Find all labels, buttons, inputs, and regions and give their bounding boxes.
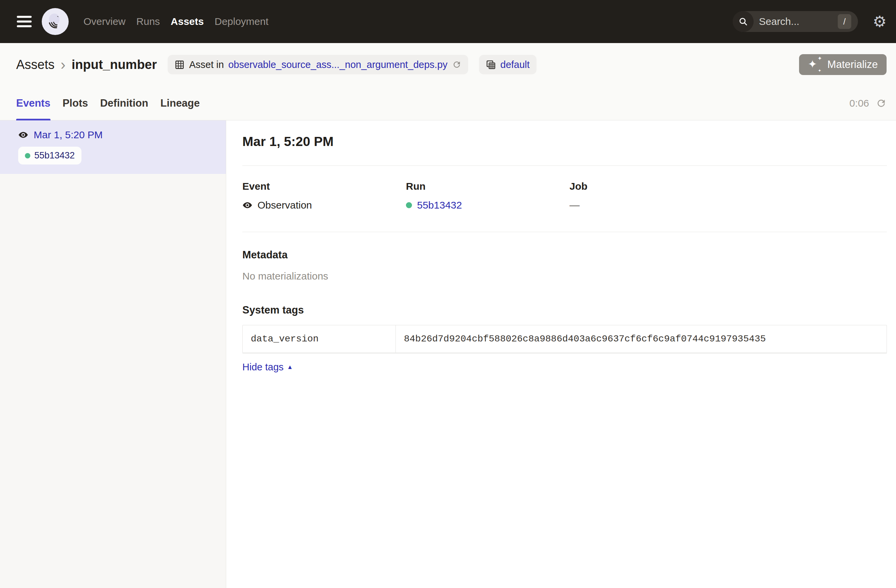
nav-deployment[interactable]: Deployment	[215, 16, 268, 27]
search-input[interactable]: Search... /	[733, 11, 858, 32]
menu-icon[interactable]	[17, 16, 32, 27]
auto-refresh: 0:06	[850, 97, 887, 109]
materialize-button[interactable]: ✦✦✦ Materialize	[799, 54, 887, 75]
system-tags-title: System tags	[242, 304, 887, 316]
chevron-right-icon: ›	[61, 57, 66, 72]
divider	[242, 232, 887, 232]
job-value: —	[570, 199, 580, 211]
run-chip[interactable]: 55b13432	[18, 147, 81, 164]
gear-icon[interactable]: ⚙	[873, 14, 887, 29]
table-icon	[174, 59, 185, 70]
event-title: Mar 1, 5:20 PM	[242, 134, 887, 149]
nav-overview[interactable]: Overview	[84, 16, 125, 27]
nav-assets[interactable]: Assets	[171, 16, 204, 27]
code-location-icon	[486, 59, 496, 70]
refresh-countdown: 0:06	[850, 97, 869, 109]
tag-key: data_version	[243, 325, 396, 352]
job-column: Job —	[570, 181, 887, 211]
metadata-title: Metadata	[242, 249, 887, 261]
divider	[242, 166, 887, 166]
run-status-dot	[25, 153, 30, 158]
hide-tags-label: Hide tags	[242, 362, 284, 373]
dagster-logo[interactable]	[42, 8, 69, 35]
code-location-link[interactable]: default	[500, 59, 530, 70]
reload-definition-icon[interactable]	[452, 60, 462, 69]
job-column-header: Job	[570, 181, 887, 192]
event-column: Event Observation	[242, 181, 406, 211]
tab-plots[interactable]: Plots	[62, 86, 88, 120]
nav-runs[interactable]: Runs	[136, 16, 160, 27]
tab-events[interactable]: Events	[16, 86, 50, 120]
event-summary: Event Observation Run 55b13432	[242, 181, 887, 211]
breadcrumb-assets-link[interactable]: Assets	[16, 58, 55, 72]
run-link[interactable]: 55b13432	[417, 199, 462, 211]
event-list-item[interactable]: Mar 1, 5:20 PM 55b13432	[0, 120, 226, 174]
octopus-icon	[45, 11, 65, 32]
hide-tags-link[interactable]: Hide tags ▲	[242, 362, 293, 373]
content-area: Mar 1, 5:20 PM 55b13432 Mar 1, 5:20 PM E…	[0, 120, 896, 588]
tab-definition[interactable]: Definition	[100, 86, 148, 120]
search-icon	[733, 11, 754, 32]
run-status-dot	[406, 202, 412, 208]
system-tags-table: data_version 84b26d7d9204cbf588026c8a988…	[242, 325, 887, 353]
top-nav: Overview Runs Assets Deployment Search..…	[0, 0, 896, 43]
event-type: Observation	[258, 199, 312, 211]
asset-in-label: Asset in	[189, 59, 224, 70]
eye-icon	[18, 130, 28, 140]
tabs-bar: Events Plots Definition Lineage 0:06	[0, 86, 896, 120]
asset-header: Assets › input_number Asset in observabl…	[0, 43, 896, 86]
refresh-icon[interactable]	[876, 98, 887, 109]
asset-definition-chip: Asset in observable_source_ass..._non_ar…	[168, 55, 468, 74]
eye-icon	[242, 200, 253, 210]
search-placeholder: Search...	[759, 16, 799, 27]
definition-file-link[interactable]: observable_source_ass..._non_argument_de…	[228, 59, 447, 70]
breadcrumb-asset-name: input_number	[72, 58, 157, 72]
run-id: 55b13432	[34, 150, 75, 161]
run-column-header: Run	[406, 181, 570, 192]
event-detail: Mar 1, 5:20 PM Event Observation	[226, 120, 896, 588]
sparkle-icon: ✦✦✦	[808, 57, 823, 72]
event-timestamp: Mar 1, 5:20 PM	[34, 129, 103, 141]
metadata-empty-message: No materializations	[242, 270, 887, 282]
materialize-label: Materialize	[827, 59, 878, 71]
tab-lineage[interactable]: Lineage	[160, 86, 200, 120]
tag-value: 84b26d7d9204cbf588026c8a9886d403a6c9637c…	[396, 325, 887, 352]
search-shortcut-badge: /	[838, 14, 851, 29]
code-location-chip[interactable]: default	[479, 55, 536, 74]
dagster-app: Overview Runs Assets Deployment Search..…	[0, 0, 896, 588]
events-sidebar: Mar 1, 5:20 PM 55b13432	[0, 120, 226, 588]
run-column: Run 55b13432	[406, 181, 570, 211]
caret-up-icon: ▲	[287, 364, 293, 371]
event-column-header: Event	[242, 181, 406, 192]
primary-nav: Overview Runs Assets Deployment	[84, 16, 268, 27]
